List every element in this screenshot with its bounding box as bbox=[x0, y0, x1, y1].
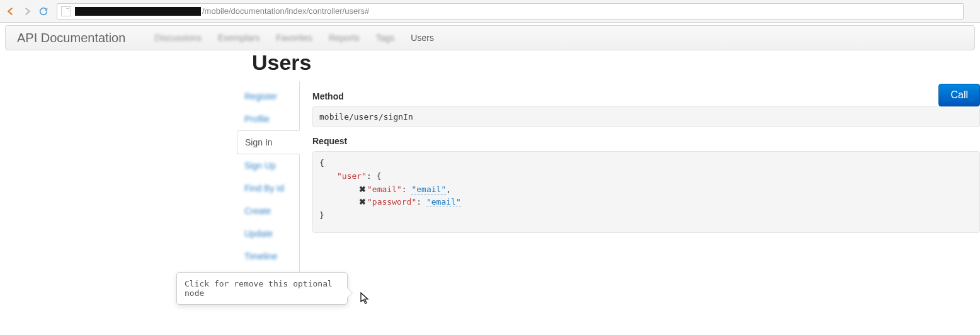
nav-item[interactable]: Reports bbox=[329, 33, 360, 43]
nav-item[interactable]: Favorites bbox=[276, 33, 312, 43]
remove-icon[interactable]: ✖ bbox=[358, 183, 366, 196]
brand[interactable]: API Documentation bbox=[17, 31, 125, 45]
sidebar-item-create[interactable]: Create bbox=[237, 200, 299, 222]
json-key-password: "password" bbox=[367, 197, 416, 207]
sidebar-item-register[interactable]: Register bbox=[237, 85, 299, 108]
request-label: Request bbox=[312, 136, 980, 146]
nav-item[interactable]: Exemplars bbox=[218, 33, 259, 43]
nav-item[interactable]: Tags bbox=[376, 33, 395, 43]
value-placeholder-email[interactable]: "email" bbox=[411, 185, 446, 195]
json-key-email: "email" bbox=[367, 185, 402, 194]
top-navbar: API Documentation Discussions Exemplars … bbox=[5, 25, 975, 50]
nav-item-users[interactable]: Users bbox=[411, 33, 434, 43]
sidebar-item-timeline[interactable]: Timeline bbox=[237, 245, 299, 268]
nav-item[interactable]: Discussions bbox=[154, 33, 202, 43]
sidebar-item-profile[interactable]: Profile bbox=[237, 108, 299, 130]
redacted-host bbox=[75, 7, 201, 16]
method-value: mobile/users/signIn bbox=[312, 106, 980, 127]
request-body: { "user": { ✖"email": "email", ✖"passwor… bbox=[312, 151, 980, 233]
method-label: Method bbox=[312, 91, 980, 101]
sidebar-item-sign-up[interactable]: Sign Up bbox=[237, 154, 299, 177]
sidebar-item-find-by-id[interactable]: Find By Id bbox=[237, 177, 299, 200]
close-brace: } bbox=[319, 210, 324, 220]
reload-button[interactable] bbox=[37, 4, 50, 18]
forward-button[interactable] bbox=[20, 4, 34, 18]
page-title: Users bbox=[252, 50, 980, 75]
page-icon bbox=[61, 6, 71, 16]
sidebar-item-sign-in[interactable]: Sign In bbox=[237, 130, 300, 154]
value-placeholder-password[interactable]: "email" bbox=[426, 197, 461, 207]
tooltip: Click for remove this optional node bbox=[176, 272, 348, 305]
browser-chrome: /mobile/documentation/index/controller/u… bbox=[0, 0, 980, 23]
open-brace: { bbox=[319, 158, 324, 168]
sidebar-item-update[interactable]: Update bbox=[237, 222, 299, 245]
json-key-user: "user" bbox=[337, 171, 367, 181]
url-path: /mobile/documentation/index/controller/u… bbox=[202, 6, 369, 16]
back-button[interactable] bbox=[4, 4, 18, 18]
url-bar[interactable]: /mobile/documentation/index/controller/u… bbox=[57, 3, 964, 20]
call-button[interactable]: Call bbox=[938, 84, 980, 106]
sidebar: Register Profile Sign In Sign Up Find By… bbox=[237, 81, 300, 290]
remove-icon[interactable]: ✖ bbox=[358, 196, 366, 209]
cursor-icon bbox=[360, 292, 370, 305]
main-panel: Call Method mobile/users/signIn Request … bbox=[300, 81, 980, 242]
